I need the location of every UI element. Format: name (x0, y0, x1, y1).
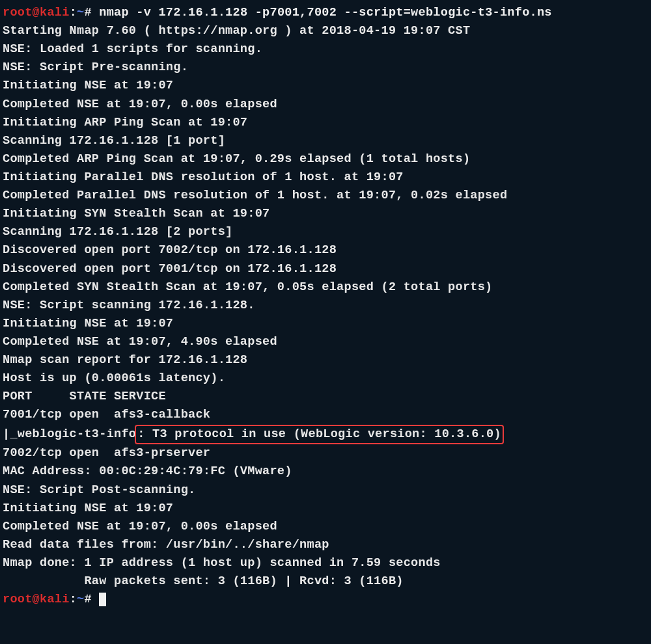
output-line: Discovered open port 7001/tcp on 172.16.… (3, 260, 648, 278)
output-line: Completed ARP Ping Scan at 19:07, 0.29s … (3, 150, 648, 168)
output-line: Discovered open port 7002/tcp on 172.16.… (3, 241, 648, 260)
output-line: Completed NSE at 19:07, 0.00s elapsed (3, 518, 648, 536)
output-line: Initiating Parallel DNS resolution of 1 … (3, 168, 648, 187)
output-line: Initiating NSE at 19:07 (3, 315, 648, 333)
output-line: Completed SYN Stealth Scan at 19:07, 0.0… (3, 278, 648, 297)
output-line: Initiating ARP Ping Scan at 19:07 (3, 114, 648, 132)
prompt-sep1: : (70, 6, 77, 20)
prompt-sep1: : (70, 593, 77, 606)
highlighted-line: |_weblogic-t3-info: T3 protocol in use (… (3, 425, 648, 445)
output-line: NSE: Script scanning 172.16.1.128. (3, 297, 648, 315)
command-text: nmap -v 172.16.1.128 -p7001,7002 --scrip… (92, 6, 552, 20)
output-line: MAC Address: 00:0C:29:4C:79:FC (VMware) (3, 463, 648, 481)
output-line: Completed NSE at 19:07, 0.00s elapsed (3, 96, 648, 114)
output-line: Read data files from: /usr/bin/../share/… (3, 536, 648, 554)
prompt-path: ~ (77, 6, 84, 20)
output-line: Raw packets sent: 3 (116B) | Rcvd: 3 (11… (3, 572, 648, 591)
output-line: Starting Nmap 7.60 ( https://nmap.org ) … (3, 22, 648, 40)
output-line: 7001/tcp open afs3-callback (3, 406, 648, 424)
output-line: PORT STATE SERVICE (3, 388, 648, 406)
output-line: Initiating SYN Stealth Scan at 19:07 (3, 205, 648, 223)
prompt-user: root@kali (3, 6, 70, 20)
prompt-space (92, 593, 99, 606)
output-line: Nmap scan report for 172.16.1.128 (3, 351, 648, 369)
output-line: Completed Parallel DNS resolution of 1 h… (3, 187, 648, 205)
output-line: Initiating NSE at 19:07 (3, 500, 648, 518)
prompt-line-1: root@kali:~# nmap -v 172.16.1.128 -p7001… (3, 4, 648, 22)
prompt-sep2: # (84, 6, 91, 20)
weblogic-prefix: |_weblogic-t3-info (3, 427, 136, 441)
output-line: NSE: Loaded 1 scripts for scanning. (3, 40, 648, 59)
weblogic-version-highlight: : T3 protocol in use (WebLogic version: … (135, 425, 504, 445)
output-line: 7002/tcp open afs3-prserver (3, 444, 648, 463)
prompt-user: root@kali (3, 593, 70, 606)
output-line: NSE: Script Post-scanning. (3, 481, 648, 500)
output-line: NSE: Script Pre-scanning. (3, 59, 648, 77)
terminal-cursor[interactable] (99, 593, 106, 606)
prompt-line-2[interactable]: root@kali:~# (3, 591, 648, 609)
prompt-path: ~ (77, 593, 84, 606)
output-line: Host is up (0.00061s latency). (3, 369, 648, 388)
output-line: Completed NSE at 19:07, 4.90s elapsed (3, 333, 648, 351)
output-line: Scanning 172.16.1.128 [1 port] (3, 132, 648, 150)
output-line: Nmap done: 1 IP address (1 host up) scan… (3, 554, 648, 572)
output-line: Scanning 172.16.1.128 [2 ports] (3, 223, 648, 241)
output-line: Initiating NSE at 19:07 (3, 77, 648, 95)
prompt-sep2: # (84, 593, 91, 606)
